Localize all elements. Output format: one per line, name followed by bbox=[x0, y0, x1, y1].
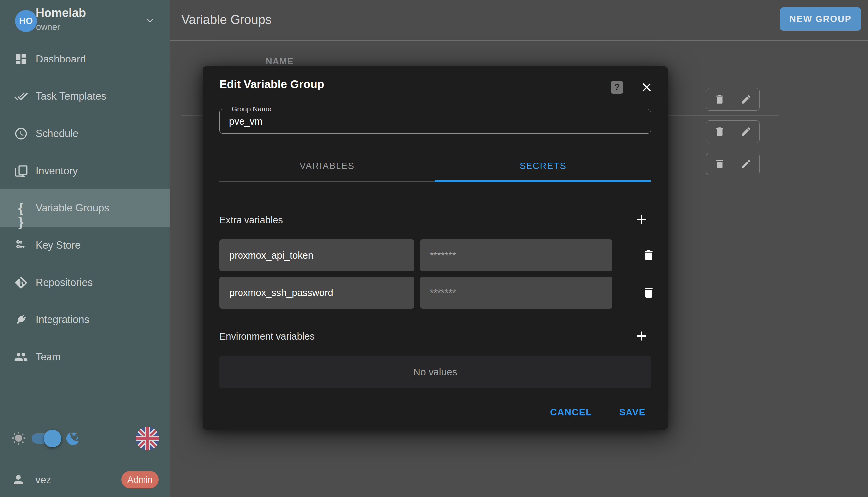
sidebar-item-integrations[interactable]: Integrations bbox=[0, 301, 170, 338]
edit-button[interactable] bbox=[733, 88, 760, 110]
user-row[interactable]: vez Admin bbox=[0, 469, 170, 491]
sidebar-item-label: Key Store bbox=[35, 239, 81, 251]
delete-variable-icon[interactable] bbox=[635, 248, 662, 262]
account-icon bbox=[11, 473, 25, 487]
workspace-role: owner bbox=[36, 22, 60, 32]
sidebar-item-label: Task Templates bbox=[35, 90, 106, 102]
extra-variables-section: Extra variables bbox=[219, 212, 651, 228]
sidebar-item-repositories[interactable]: Repositories bbox=[0, 264, 170, 301]
save-button[interactable]: SAVE bbox=[618, 405, 647, 420]
group-name-field: Group Name bbox=[219, 109, 651, 134]
sidebar-item-task-templates[interactable]: Task Templates bbox=[0, 78, 170, 115]
variable-value-input[interactable] bbox=[420, 276, 612, 309]
variable-key-input[interactable] bbox=[219, 276, 414, 309]
git-icon bbox=[14, 275, 28, 289]
workspace-avatar: HO bbox=[15, 10, 37, 32]
environment-variables-empty: No values bbox=[219, 356, 651, 388]
edit-variable-group-dialog: Edit Variable Group ? Group Name VARIABL… bbox=[203, 67, 668, 429]
active-tab-indicator bbox=[435, 180, 651, 182]
app-root: HO Homelab owner Dashboard Task Template… bbox=[0, 0, 868, 497]
close-icon[interactable] bbox=[640, 81, 654, 95]
sidebar-item-schedule[interactable]: Schedule bbox=[0, 115, 170, 152]
workspace-name: Homelab bbox=[35, 6, 86, 20]
variable-value-field bbox=[420, 276, 612, 309]
topbar: Variable Groups NEW GROUP bbox=[170, 0, 868, 41]
dashboard-icon bbox=[14, 52, 28, 66]
environment-variables-label: Environment variables bbox=[219, 331, 314, 342]
check-all-icon bbox=[14, 89, 28, 103]
delete-variable-icon[interactable] bbox=[635, 285, 662, 300]
chevron-down-icon bbox=[144, 15, 156, 27]
environment-variables-section: Environment variables bbox=[219, 328, 651, 344]
sidebar-item-label: Schedule bbox=[35, 128, 78, 140]
delete-button[interactable] bbox=[706, 153, 733, 175]
variable-key-input[interactable] bbox=[219, 239, 414, 271]
uk-flag-language-button[interactable] bbox=[135, 427, 160, 451]
sidebar-item-label: Dashboard bbox=[35, 53, 86, 65]
sidebar-item-inventory[interactable]: Inventory bbox=[0, 152, 170, 189]
sidebar-item-label: Integrations bbox=[35, 314, 89, 326]
page-title: Variable Groups bbox=[181, 13, 272, 27]
power-plug-icon bbox=[14, 313, 28, 327]
user-name: vez bbox=[35, 474, 51, 486]
delete-button[interactable] bbox=[706, 121, 733, 143]
extra-variables-label: Extra variables bbox=[219, 215, 283, 226]
theme-controls bbox=[0, 427, 170, 451]
delete-button[interactable] bbox=[706, 88, 733, 110]
variable-value-field bbox=[420, 239, 612, 271]
tab-variables[interactable]: VARIABLES bbox=[219, 150, 435, 182]
table-header-name: NAME bbox=[266, 57, 294, 67]
sidebar-item-label: Variable Groups bbox=[35, 202, 109, 214]
tab-secrets[interactable]: SECRETS bbox=[435, 150, 651, 182]
key-chain-icon bbox=[14, 238, 28, 252]
edit-button[interactable] bbox=[733, 121, 760, 143]
dialog-title: Edit Variable Group bbox=[219, 78, 324, 91]
dialog-tabs: VARIABLES SECRETS bbox=[219, 150, 651, 182]
dark-mode-toggle[interactable] bbox=[32, 432, 59, 445]
sun-icon bbox=[11, 431, 26, 446]
variable-key-field bbox=[219, 276, 414, 309]
sidebar-item-team[interactable]: Team bbox=[0, 338, 170, 376]
workspace-switcher[interactable]: HO Homelab owner bbox=[0, 0, 170, 41]
code-braces-icon: { } bbox=[14, 201, 28, 215]
add-extra-variable-icon[interactable] bbox=[634, 212, 649, 227]
sidebar-item-dashboard[interactable]: Dashboard bbox=[0, 41, 170, 78]
sidebar-item-key-store[interactable]: Key Store bbox=[0, 227, 170, 264]
help-button[interactable]: ? bbox=[610, 81, 623, 94]
cancel-button[interactable]: CANCEL bbox=[549, 405, 593, 420]
moon-stars-icon bbox=[65, 430, 81, 446]
group-name-input[interactable] bbox=[220, 109, 651, 133]
add-environment-variable-icon[interactable] bbox=[634, 328, 649, 344]
table-row-actions bbox=[706, 120, 760, 143]
sidebar-nav: Dashboard Task Templates Schedule Invent… bbox=[0, 41, 170, 376]
admin-badge: Admin bbox=[121, 471, 159, 488]
toggle-thumb bbox=[44, 429, 61, 448]
table-row-actions bbox=[706, 88, 760, 111]
table-row-actions bbox=[706, 153, 760, 175]
team-icon bbox=[14, 350, 28, 364]
sidebar-item-label: Team bbox=[35, 351, 61, 363]
variable-key-field bbox=[219, 239, 414, 271]
sidebar: HO Homelab owner Dashboard Task Template… bbox=[0, 0, 170, 497]
extra-variable-row bbox=[219, 276, 651, 309]
new-group-button[interactable]: NEW GROUP bbox=[780, 7, 861, 31]
edit-button[interactable] bbox=[733, 153, 760, 175]
variable-value-input[interactable] bbox=[420, 239, 612, 271]
monitor-icon bbox=[14, 164, 28, 178]
clock-icon bbox=[14, 127, 28, 141]
sidebar-item-variable-groups[interactable]: { } Variable Groups bbox=[0, 189, 170, 227]
group-name-label: Group Name bbox=[228, 105, 275, 113]
sidebar-item-label: Repositories bbox=[35, 276, 93, 288]
sidebar-item-label: Inventory bbox=[35, 165, 78, 177]
dialog-footer: CANCEL SAVE bbox=[549, 403, 647, 422]
extra-variable-row bbox=[219, 239, 651, 271]
